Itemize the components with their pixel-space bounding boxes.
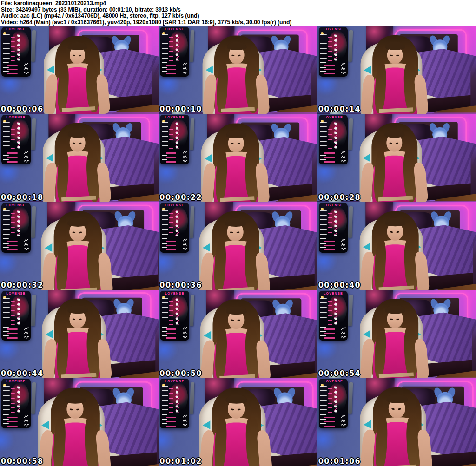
- video-frame-thumbnail: LOVENSE 00:00:18: [0, 114, 159, 202]
- menu-dot-icons: [334, 386, 337, 413]
- tip-menu-panel: LOVENSE: [1, 115, 30, 164]
- hair-fringe: [385, 218, 405, 226]
- menu-text-rows: [320, 34, 332, 61]
- hair-fringe: [68, 42, 87, 50]
- vibration-wave-icons: [341, 62, 346, 75]
- menu-number-rows: [162, 151, 176, 163]
- tip-menu-panel: LOVENSE: [319, 379, 348, 428]
- timestamp-label: 00:00:44: [1, 369, 44, 378]
- meta-line-audio: Audio: aac (LC) (mp4a / 0x6134706D), 480…: [1, 13, 476, 20]
- lovense-logo: LOVENSE: [319, 292, 348, 295]
- contact-sheet: File: karolinaqueen_202310120213.mp4 Siz…: [0, 0, 476, 466]
- tip-menu-panel: LOVENSE: [319, 27, 348, 77]
- video-frame-thumbnail: LOVENSE 00:00:22: [159, 114, 317, 202]
- tip-menu-panel: LOVENSE: [1, 27, 30, 77]
- tip-menu-panel: LOVENSE: [1, 379, 30, 428]
- video-frame-thumbnail: LOVENSE 00:00:50: [159, 290, 317, 378]
- hair-fringe: [67, 218, 88, 226]
- menu-dot-icons: [17, 210, 20, 237]
- tip-menu-panel: LOVENSE: [319, 115, 348, 164]
- vibration-wave-icons: [341, 414, 346, 427]
- menu-number-rows: [320, 327, 335, 339]
- timestamp-label: 00:00:54: [318, 369, 361, 378]
- vibration-wave-icons: [24, 151, 29, 163]
- meta-line-video: Video: h264 (Main) (avc1 / 0x31637661), …: [1, 20, 476, 26]
- hair-fringe: [227, 42, 247, 50]
- video-frame-thumbnail: LOVENSE 00:00:36: [159, 202, 317, 290]
- video-frame-thumbnail: LOVENSE 00:00:06: [0, 26, 159, 114]
- lovense-logo: LOVENSE: [160, 292, 189, 295]
- menu-number-rows: [162, 62, 176, 75]
- hair-fringe: [226, 306, 247, 315]
- lovense-logo: LOVENSE: [160, 380, 189, 383]
- lovense-logo: LOVENSE: [319, 203, 348, 207]
- tip-menu-panel: LOVENSE: [1, 203, 30, 253]
- menu-text-rows: [3, 386, 15, 413]
- tip-menu-panel: LOVENSE: [319, 291, 348, 341]
- video-frame-thumbnail: LOVENSE 00:01:06: [317, 378, 476, 466]
- tip-menu-panel: LOVENSE: [160, 291, 189, 341]
- menu-dot-icons: [17, 298, 20, 325]
- lovense-logo: LOVENSE: [160, 116, 189, 119]
- timestamp-label: 00:00:14: [318, 105, 361, 113]
- timestamp-label: 00:00:32: [1, 281, 44, 289]
- hair-fringe: [68, 130, 88, 138]
- lovense-logo: LOVENSE: [319, 27, 348, 31]
- video-frame-thumbnail: LOVENSE 00:00:28: [317, 114, 476, 202]
- timestamp-label: 00:00:18: [1, 193, 44, 202]
- lovense-logo: LOVENSE: [1, 116, 30, 119]
- menu-dot-icons: [175, 298, 179, 325]
- video-frame-thumbnail: LOVENSE 00:01:02: [159, 378, 317, 466]
- menu-number-rows: [3, 62, 18, 75]
- hair-fringe: [226, 395, 247, 404]
- menu-text-rows: [162, 122, 173, 149]
- lovense-logo: LOVENSE: [319, 380, 348, 383]
- vibration-wave-icons: [341, 327, 346, 339]
- timestamp-label: 00:00:40: [318, 281, 361, 289]
- menu-dot-icons: [175, 122, 179, 149]
- video-frame-thumbnail: LOVENSE 00:00:44: [0, 290, 159, 378]
- video-frame-thumbnail: LOVENSE 00:00:32: [0, 202, 159, 290]
- vibration-wave-icons: [183, 414, 187, 427]
- hair-fringe: [386, 394, 407, 403]
- timestamp-label: 00:00:50: [159, 369, 202, 378]
- menu-dot-icons: [17, 34, 20, 61]
- tip-menu-panel: LOVENSE: [319, 203, 348, 253]
- vibration-wave-icons: [341, 238, 346, 251]
- hair-fringe: [225, 218, 246, 227]
- tip-menu-panel: LOVENSE: [160, 27, 189, 77]
- metadata-header: File: karolinaqueen_202310120213.mp4 Siz…: [0, 0, 476, 26]
- menu-number-rows: [320, 151, 335, 163]
- menu-number-rows: [162, 327, 176, 339]
- hair-fringe: [385, 42, 404, 50]
- closed-eye-right: [396, 54, 399, 56]
- timestamp-label: 00:01:02: [159, 457, 202, 466]
- tip-menu-panel: LOVENSE: [160, 379, 189, 428]
- menu-text-rows: [162, 298, 173, 325]
- timestamp-label: 00:00:06: [1, 105, 44, 113]
- hair-fringe: [226, 130, 246, 138]
- arm-right: [95, 430, 111, 466]
- menu-dot-icons: [334, 122, 337, 149]
- menu-number-rows: [320, 62, 335, 75]
- menu-number-rows: [3, 238, 18, 251]
- video-frame-thumbnail: LOVENSE 00:00:58: [0, 378, 159, 466]
- menu-text-rows: [162, 34, 173, 61]
- menu-text-rows: [3, 210, 15, 237]
- menu-text-rows: [320, 386, 332, 413]
- vibration-wave-icons: [183, 62, 187, 75]
- menu-text-rows: [3, 34, 15, 61]
- vibration-wave-icons: [24, 238, 29, 251]
- video-frame-thumbnail: LOVENSE 00:00:14: [317, 26, 476, 114]
- menu-number-rows: [3, 151, 18, 163]
- menu-dot-icons: [17, 386, 20, 413]
- timestamp-label: 00:00:58: [1, 457, 44, 466]
- arm-right: [98, 252, 113, 290]
- arm-right: [256, 340, 271, 378]
- menu-dot-icons: [334, 34, 337, 61]
- video-frame-thumbnail: LOVENSE 00:00:54: [317, 290, 476, 378]
- closed-eye-right: [396, 231, 399, 233]
- vibration-wave-icons: [24, 414, 29, 427]
- menu-dot-icons: [17, 122, 20, 149]
- menu-dot-icons: [175, 210, 179, 237]
